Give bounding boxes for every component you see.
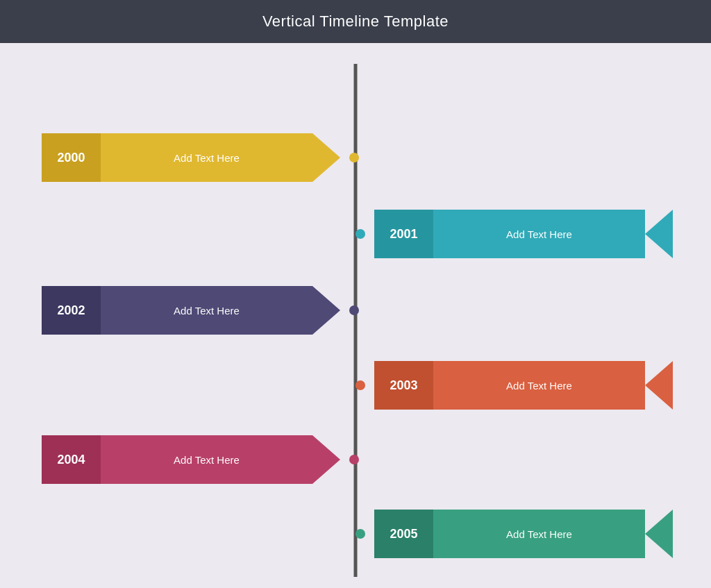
timeline-item-2003: Add Text Here 2003: [374, 361, 673, 410]
dot-2003: [356, 380, 365, 390]
text-2005: Add Text Here: [433, 510, 645, 558]
dot-2000: [349, 153, 359, 162]
page-title: Vertical Timeline Template: [0, 0, 711, 43]
dot-2005: [356, 529, 365, 539]
timeline-item-2004: 2004 Add Text Here: [42, 435, 340, 484]
timeline-canvas: 2000 Add Text Here Add Text Here 2001 20…: [0, 43, 711, 588]
center-line: [354, 64, 358, 577]
year-2005: 2005: [374, 510, 433, 558]
arrow-2005: [645, 510, 673, 558]
text-2004: Add Text Here: [101, 435, 312, 484]
title-text: Vertical Timeline Template: [262, 12, 449, 30]
dot-2004: [349, 455, 359, 464]
dot-2001: [356, 229, 365, 239]
year-2000: 2000: [42, 133, 101, 182]
dot-2002: [349, 305, 359, 315]
arrow-2003: [645, 361, 673, 410]
arrow-2004: [312, 435, 340, 484]
text-2001: Add Text Here: [433, 210, 645, 258]
arrow-2001: [645, 210, 673, 258]
arrow-2000: [312, 133, 340, 182]
text-2002: Add Text Here: [101, 286, 312, 335]
timeline-item-2000: 2000 Add Text Here: [42, 133, 340, 182]
text-2003: Add Text Here: [433, 361, 645, 410]
text-2000: Add Text Here: [101, 133, 312, 182]
year-2002: 2002: [42, 286, 101, 335]
arrow-2002: [312, 286, 340, 335]
timeline-item-2001: Add Text Here 2001: [374, 210, 673, 258]
timeline-item-2005: Add Text Here 2005: [374, 510, 673, 558]
year-2004: 2004: [42, 435, 101, 484]
year-2003: 2003: [374, 361, 433, 410]
year-2001: 2001: [374, 210, 433, 258]
timeline-item-2002: 2002 Add Text Here: [42, 286, 340, 335]
